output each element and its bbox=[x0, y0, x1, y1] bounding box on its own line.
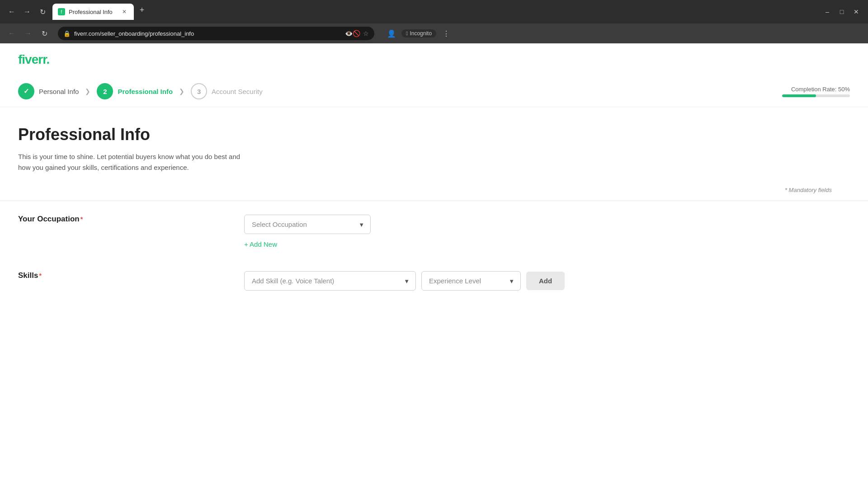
skills-row: Skills* Add Skill (e.g. Voice Talent) ▼ … bbox=[18, 271, 850, 291]
experience-select-wrapper: Experience Level ▼ bbox=[421, 271, 521, 291]
skills-label-col: Skills* bbox=[18, 271, 226, 280]
occupation-select-wrapper: Select Occupation ▼ bbox=[244, 215, 371, 234]
skills-required-marker: * bbox=[39, 272, 41, 279]
occupation-row: Your Occupation* Select Occupation ▼ + A… bbox=[18, 215, 850, 249]
step-1-check: ✓ bbox=[24, 87, 29, 95]
skills-label: Skills* bbox=[18, 271, 42, 280]
tab-favicon: f bbox=[58, 8, 65, 15]
completion-rate: Completion Rate: 50% bbox=[782, 86, 850, 97]
back-button[interactable]: ← bbox=[5, 5, 18, 18]
step-3-label: Account Security bbox=[212, 88, 263, 95]
forward-button[interactable]: → bbox=[21, 5, 33, 18]
progress-track bbox=[782, 94, 850, 97]
lock-icon: 🔒 bbox=[63, 30, 71, 37]
reload-button[interactable]: ↻ bbox=[38, 27, 51, 40]
profile-button[interactable]: 👤 bbox=[385, 27, 398, 40]
step-3-circle: 3 bbox=[191, 83, 207, 99]
page-content: fiverr. ✓ Personal Info ❯ 2 Professional… bbox=[0, 43, 868, 488]
step-2-circle: 2 bbox=[97, 83, 113, 99]
address-bar-row: ← → ↻ 🔒 fiverr.com/seller_onboarding/pro… bbox=[0, 23, 868, 43]
step-3: 3 Account Security bbox=[191, 83, 263, 99]
occupation-select[interactable]: Select Occupation bbox=[244, 215, 371, 234]
occupation-required-marker: * bbox=[80, 216, 83, 223]
url-text: fiverr.com/seller_onboarding/professiona… bbox=[74, 30, 341, 37]
new-tab-button[interactable]: + bbox=[136, 4, 148, 16]
completion-label: Completion Rate: 50% bbox=[782, 86, 850, 93]
tab-title: Professional Info bbox=[69, 9, 117, 15]
browser-chrome: ← → ↻ f Professional Info ✕ + – □ ✕ bbox=[0, 0, 868, 23]
form-section: Your Occupation* Select Occupation ▼ + A… bbox=[0, 215, 868, 291]
incognito-badge: 🉖 Incognito bbox=[401, 29, 436, 38]
add-new-occupation-button[interactable]: + Add New bbox=[244, 240, 277, 248]
add-skill-button[interactable]: Add bbox=[526, 272, 565, 290]
step-2-label: Professional Info bbox=[118, 88, 173, 95]
skill-select-wrapper: Add Skill (e.g. Voice Talent) ▼ bbox=[244, 271, 416, 291]
bookmark-icon[interactable]: ☆ bbox=[363, 30, 369, 37]
occupation-label-col: Your Occupation* bbox=[18, 215, 226, 224]
window-controls: – □ ✕ bbox=[821, 5, 863, 18]
skills-inputs-row: Add Skill (e.g. Voice Talent) ▼ Experien… bbox=[244, 271, 850, 291]
mandatory-note: * Mandatory fields bbox=[785, 187, 850, 193]
step-arrow-1: ❯ bbox=[85, 88, 90, 95]
progress-fill bbox=[782, 94, 816, 97]
page-title: Professional Info bbox=[18, 125, 633, 144]
skills-field-col: Add Skill (e.g. Voice Talent) ▼ Experien… bbox=[244, 271, 850, 291]
occupation-label: Your Occupation* bbox=[18, 215, 83, 223]
experience-level-select[interactable]: Experience Level bbox=[421, 271, 521, 291]
steps-container: ✓ Personal Info ❯ 2 Professional Info ❯ … bbox=[18, 83, 263, 99]
menu-button[interactable]: ⋮ bbox=[440, 27, 453, 40]
back-nav-button[interactable]: ← bbox=[5, 27, 18, 40]
browser-right-icons: 👤 🉖 Incognito ⋮ bbox=[385, 27, 453, 40]
step-arrow-2: ❯ bbox=[179, 88, 184, 95]
section-divider bbox=[0, 201, 868, 201]
browser-controls: ← → ↻ bbox=[5, 5, 49, 18]
progress-steps-section: ✓ Personal Info ❯ 2 Professional Info ❯ … bbox=[0, 76, 868, 107]
eye-slash-icon: 👁️‍🚫 bbox=[345, 30, 360, 37]
step-1-circle: ✓ bbox=[18, 83, 34, 99]
top-nav: fiverr. bbox=[0, 43, 868, 76]
main-content-area: Professional Info This is your time to s… bbox=[0, 107, 651, 173]
page-description: This is your time to shine. Let potentia… bbox=[18, 151, 244, 173]
step-1: ✓ Personal Info bbox=[18, 83, 79, 99]
incognito-icon: 🉖 bbox=[406, 30, 408, 37]
logo-dot: . bbox=[47, 52, 50, 66]
skill-select[interactable]: Add Skill (e.g. Voice Talent) bbox=[244, 271, 416, 291]
minimize-button[interactable]: – bbox=[821, 5, 834, 18]
step-2: 2 Professional Info bbox=[97, 83, 173, 99]
active-tab[interactable]: f Professional Info ✕ bbox=[52, 4, 134, 20]
forward-nav-button[interactable]: → bbox=[22, 27, 34, 40]
occupation-field-col: Select Occupation ▼ + Add New bbox=[244, 215, 850, 249]
close-window-button[interactable]: ✕ bbox=[850, 5, 863, 18]
maximize-button[interactable]: □ bbox=[835, 5, 848, 18]
address-bar[interactable]: 🔒 fiverr.com/seller_onboarding/professio… bbox=[58, 27, 374, 40]
step-3-number: 3 bbox=[197, 88, 201, 95]
refresh-button[interactable]: ↻ bbox=[36, 5, 49, 18]
step-2-number: 2 bbox=[103, 88, 107, 95]
tab-close-button[interactable]: ✕ bbox=[120, 8, 128, 16]
fiverr-logo: fiverr. bbox=[18, 52, 850, 67]
step-1-label: Personal Info bbox=[39, 88, 79, 95]
